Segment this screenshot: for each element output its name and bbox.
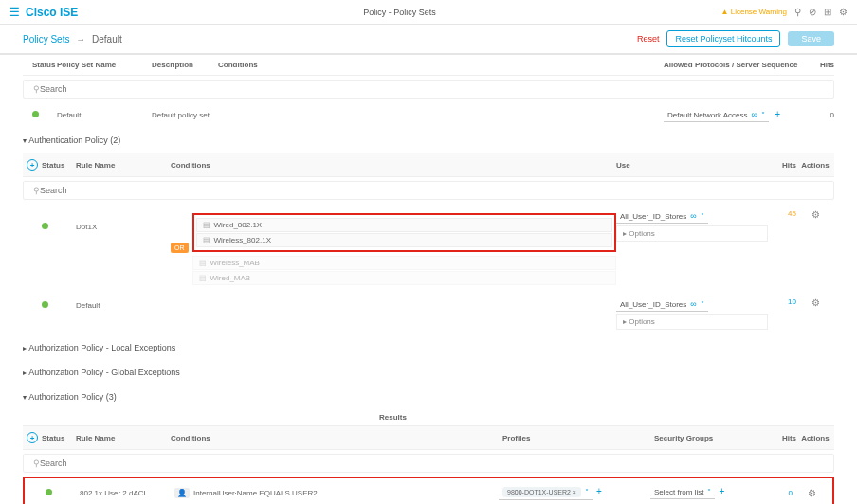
policy-set-hits: 0: [806, 111, 834, 119]
gear-icon[interactable]: ⚙: [808, 488, 816, 498]
options-toggle[interactable]: ▸ Options: [616, 314, 768, 330]
rule-name: Default: [76, 297, 171, 310]
profile-dropdown[interactable]: 9800-DOT1X-USER2 ×˅: [499, 485, 593, 500]
authn-header: + Status Rule Name Conditions Use Hits A…: [23, 153, 834, 177]
col-security-groups: Security Groups: [654, 434, 768, 442]
breadcrumb-arrow: →: [76, 34, 85, 45]
policy-sets-search[interactable]: ⚲: [23, 80, 834, 99]
search-icon[interactable]: ⚲: [794, 7, 801, 17]
policy-set-row-default[interactable]: Default Default policy set Default Netwo…: [23, 102, 834, 128]
condition-item[interactable]: ▤Wired_802.1X: [196, 218, 613, 232]
status-dot: [46, 489, 52, 495]
use-dropdown[interactable]: All_User_ID_Stores ∞ ˅: [616, 209, 708, 224]
policy-set-name: Default: [57, 111, 152, 119]
col-hits: Hits: [768, 161, 796, 170]
breadcrumb-root[interactable]: Policy Sets: [23, 34, 69, 45]
allowed-protocols-dropdown[interactable]: Default Network Access ∞ ˅: [664, 108, 769, 122]
col-status: Status: [23, 61, 57, 69]
library-icon: ▤: [203, 236, 210, 244]
add-rule-icon[interactable]: +: [27, 432, 38, 443]
gear-icon[interactable]: ⚙: [811, 297, 820, 308]
authz-policy-toggle[interactable]: Authorization Policy (3): [23, 385, 834, 409]
authz-row: 802.1x User 2 dACL 👤InternalUser·Name EQ…: [27, 480, 830, 504]
authz-search[interactable]: ⚲: [23, 454, 834, 473]
authz-local-exceptions-toggle[interactable]: Authorization Policy - Local Exceptions: [23, 335, 834, 360]
gear-icon[interactable]: ⚙: [811, 209, 820, 220]
rule-name: Dot1X: [76, 209, 171, 231]
authz-global-exceptions-toggle[interactable]: Authorization Policy - Global Exceptions: [23, 360, 834, 385]
settings-icon[interactable]: ⚙: [839, 7, 848, 17]
col-name: Policy Set Name: [57, 61, 152, 69]
col-allowed: Allowed Protocols / Server Sequence: [664, 61, 806, 69]
col-use: Use: [616, 161, 768, 170]
chevron-down-icon: ˅: [701, 212, 704, 221]
menu-icon[interactable]: ☰: [9, 6, 20, 19]
authz-header: + Status Rule Name Conditions Profiles S…: [23, 425, 834, 450]
search-icon: ⚲: [33, 84, 40, 94]
chevron-down-icon: ˅: [585, 488, 589, 496]
condition-text: InternalUser·Name EQUALS USER2: [193, 489, 318, 497]
col-conditions: Conditions: [171, 161, 616, 170]
search-input[interactable]: [40, 186, 824, 195]
authn-row-default: Default All_User_ID_Stores ∞ ˅ ▸ Options…: [23, 292, 834, 335]
authn-search[interactable]: ⚲: [23, 181, 834, 200]
col-actions: Actions: [796, 161, 834, 170]
col-hits: Hits: [806, 61, 834, 69]
status-dot: [42, 301, 48, 308]
dropdown-link-icon: ∞: [690, 299, 696, 309]
col-rule-name: Rule Name: [76, 161, 171, 170]
search-input[interactable]: [40, 84, 824, 94]
condition-item[interactable]: ▤Wireless_MAB: [192, 256, 617, 270]
search-icon: ⚲: [33, 186, 40, 195]
authn-row-dot1x: Dot1X OR ▤Wired_802.1X ▤Wireless_802.1X …: [23, 204, 834, 292]
chevron-down-icon: ˅: [701, 300, 704, 309]
status-dot: [42, 223, 48, 229]
breadcrumb: Policy Sets → Default: [23, 34, 122, 45]
user-icon: 👤: [174, 488, 190, 498]
sg-dropdown[interactable]: Select from list˅: [650, 486, 715, 499]
brand-logo: Cisco ISE: [26, 6, 78, 19]
topbar: ☰ Cisco ISE Policy - Policy Sets ▲ Licen…: [0, 0, 857, 25]
col-profiles: Profiles: [502, 434, 654, 442]
reset-hitcounts-button[interactable]: Reset Policyset Hitcounts: [666, 30, 780, 47]
breadcrumb-row: Policy Sets → Default Reset Reset Policy…: [0, 25, 857, 53]
add-icon[interactable]: +: [596, 486, 602, 496]
dropdown-link-icon: ∞: [751, 110, 757, 119]
notes-icon[interactable]: ⊞: [824, 7, 831, 17]
reset-link[interactable]: Reset: [637, 34, 660, 44]
help-icon[interactable]: ⊘: [809, 7, 816, 17]
license-warning[interactable]: ▲ License Warning: [721, 8, 787, 16]
chevron-down-icon: ˅: [707, 488, 711, 496]
library-icon: ▤: [199, 274, 207, 282]
col-rule-name: Rule Name: [76, 434, 171, 442]
rule-hits: 0: [764, 489, 793, 497]
results-label: Results: [379, 409, 834, 425]
col-description: Description: [152, 61, 218, 69]
col-status: Status: [42, 161, 76, 170]
rule-hits: 45: [768, 209, 796, 218]
add-icon[interactable]: +: [719, 486, 724, 496]
condition-item[interactable]: ▤Wired_MAB: [192, 271, 617, 285]
add-rule-icon[interactable]: +: [27, 159, 38, 171]
library-icon: ▤: [199, 259, 207, 267]
search-input[interactable]: [40, 459, 824, 468]
page-path: Policy - Policy Sets: [78, 8, 720, 17]
profile-pill: 9800-DOT1X-USER2 ×: [502, 487, 581, 497]
dropdown-link-icon: ∞: [690, 211, 696, 221]
rule-hits: 10: [768, 297, 796, 306]
options-toggle[interactable]: ▸ Options: [616, 225, 768, 242]
col-conditions: Conditions: [171, 434, 502, 442]
col-hits: Hits: [768, 434, 796, 442]
condition-item[interactable]: ▤Wireless_802.1X: [196, 233, 613, 247]
col-conditions: Conditions: [218, 61, 664, 69]
add-icon[interactable]: +: [775, 109, 780, 119]
authn-policy-toggle[interactable]: Authentication Policy (2): [23, 128, 834, 153]
condition-or-badge: OR: [171, 243, 189, 253]
search-icon: ⚲: [33, 459, 40, 468]
use-dropdown[interactable]: All_User_ID_Stores ∞ ˅: [616, 297, 708, 312]
col-status: Status: [42, 434, 76, 442]
highlighted-conditions: ▤Wired_802.1X ▤Wireless_802.1X: [192, 213, 617, 252]
save-button[interactable]: Save: [788, 31, 834, 46]
breadcrumb-current: Default: [92, 34, 122, 45]
status-dot: [32, 111, 39, 117]
